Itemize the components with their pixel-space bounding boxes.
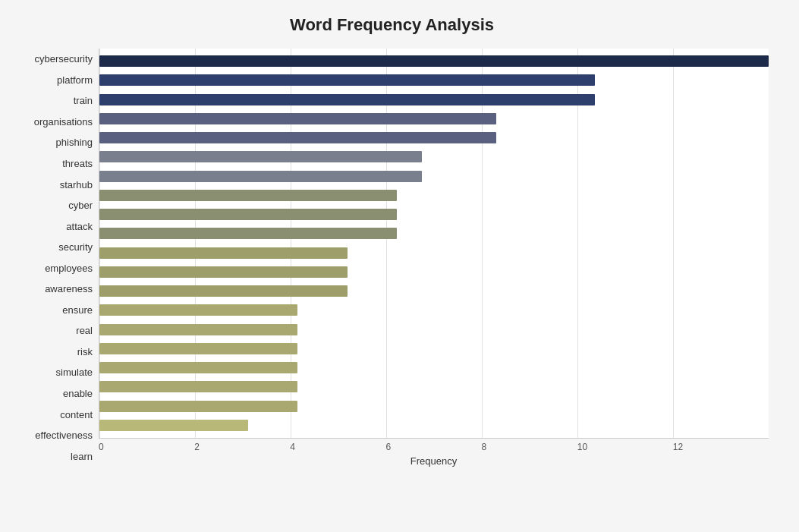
bar-row (99, 167, 769, 186)
bars-panel (99, 49, 769, 439)
bar-row (99, 109, 769, 128)
y-label: effectiveness (35, 430, 93, 440)
bar (99, 228, 397, 239)
bar-row (99, 71, 769, 90)
bar (99, 113, 496, 124)
y-label: employees (45, 263, 93, 273)
chart-area: cybersecurityplatformtrainorganisationsp… (15, 49, 769, 467)
bar (99, 381, 297, 392)
x-tick: 2 (194, 442, 290, 452)
bars-and-xaxis: 024681012 Frequency (99, 49, 769, 467)
bar (99, 304, 297, 316)
bar-row (99, 147, 769, 166)
y-label: learn (71, 452, 93, 461)
bar-row (99, 282, 769, 301)
y-label: security (58, 242, 93, 252)
bar-row (99, 263, 769, 282)
y-label: awareness (45, 284, 93, 294)
x-tick: 10 (577, 442, 673, 452)
y-label: simulate (56, 367, 93, 377)
bar (99, 266, 348, 278)
bar (99, 209, 397, 220)
y-label: phishing (56, 137, 93, 147)
y-label: real (76, 326, 93, 335)
bar (99, 171, 422, 182)
bar (99, 132, 496, 143)
bar (99, 343, 297, 354)
bar-row (99, 128, 769, 147)
bar-row (99, 90, 769, 109)
bar (99, 420, 248, 431)
chart-title: Word Frequency Analysis (15, 15, 769, 35)
x-tick: 12 (673, 442, 769, 452)
y-label: enable (63, 389, 93, 398)
y-label: starhub (60, 180, 93, 190)
x-tick: 4 (290, 442, 385, 452)
bar (99, 151, 422, 162)
bar-row (99, 358, 769, 377)
y-label: threats (62, 159, 93, 168)
bar-row (99, 52, 769, 71)
x-axis-label: Frequency (99, 452, 769, 467)
bar-row (99, 377, 769, 396)
x-tick: 8 (482, 442, 577, 452)
bar-row (99, 224, 769, 243)
bar-row (99, 301, 769, 320)
y-label: train (74, 96, 93, 105)
bar (99, 94, 595, 105)
bar (99, 55, 769, 67)
chart-container: Word Frequency Analysis cybersecuritypla… (0, 0, 799, 532)
bar-row (99, 339, 769, 358)
bar (99, 190, 397, 201)
bar-row (99, 397, 769, 416)
x-tick: 6 (385, 442, 481, 452)
y-label: content (60, 410, 93, 420)
y-label: risk (77, 347, 93, 357)
x-tick: 0 (99, 442, 194, 452)
bar (99, 324, 297, 335)
y-label: cyber (68, 200, 93, 210)
bar (99, 247, 348, 259)
y-label: attack (66, 222, 93, 231)
x-axis: 024681012 (99, 439, 769, 452)
bar (99, 401, 297, 412)
bars-wrapper (99, 49, 769, 438)
y-label: cybersecurity (34, 54, 93, 64)
y-label: platform (57, 75, 93, 85)
bar-row (99, 205, 769, 224)
bar-row (99, 320, 769, 339)
bar (99, 74, 595, 86)
bar-row (99, 244, 769, 263)
bar (99, 362, 297, 373)
bar (99, 285, 348, 297)
y-label: organisations (34, 117, 93, 127)
y-label: ensure (62, 305, 93, 315)
bar-row (99, 186, 769, 205)
y-axis-labels: cybersecurityplatformtrainorganisationsp… (15, 49, 99, 467)
bar-row (99, 416, 769, 435)
